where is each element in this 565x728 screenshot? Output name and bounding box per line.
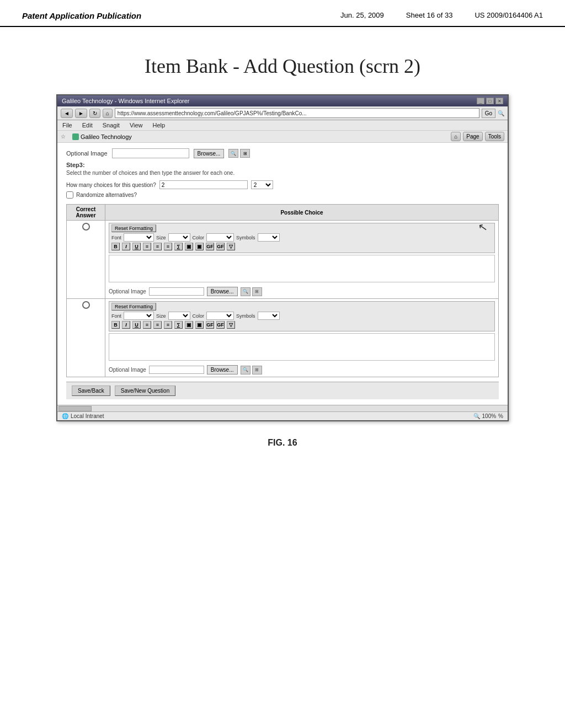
page-button[interactable]: Page (463, 132, 482, 141)
special-1b[interactable]: GF (216, 243, 225, 250)
menu-edit[interactable]: Edit (81, 121, 94, 129)
step-instruction: Select the number of choices and then ty… (66, 170, 499, 176)
home-nav-button[interactable]: ⌂ (103, 109, 113, 118)
correct-radio-2[interactable] (82, 301, 90, 309)
minimize-button[interactable]: _ (477, 98, 484, 104)
format-row-reset-2: Reset Formatting (111, 303, 492, 311)
size-select-1[interactable] (168, 233, 190, 242)
reset-formatting-1[interactable]: Reset Formatting (111, 224, 156, 232)
font-select-2[interactable] (124, 312, 154, 320)
dropdown-1[interactable]: ▽ (227, 243, 235, 250)
font-select-1[interactable] (124, 233, 154, 242)
reset-formatting-2[interactable]: Reset Formatting (111, 303, 156, 311)
format-row-controls-1: Font Size Color Symbols (111, 233, 492, 242)
symbols-select-2[interactable] (258, 312, 280, 320)
size-select-2[interactable] (168, 312, 190, 320)
randomize-checkbox[interactable] (66, 191, 73, 199)
correct-radio-1[interactable] (82, 223, 90, 231)
symbols-label-1: Symbols (236, 235, 255, 240)
opt-img-browse-2[interactable]: Browse... (207, 365, 238, 374)
opt-grid-2[interactable]: ⊞ (252, 366, 262, 374)
menu-snagit[interactable]: Snagit (101, 121, 121, 129)
patent-header: Patent Application Publication Jun. 25, … (0, 0, 565, 27)
patent-date: Jun. 25, 2009 (340, 11, 384, 19)
insert-btn-1[interactable]: ∑ (174, 243, 183, 250)
choices-dropdown[interactable]: 2 3 4 5 (251, 180, 273, 189)
optional-image-top-input[interactable] (112, 148, 189, 158)
figure-caption: FIG. 16 (0, 438, 565, 448)
bold-btn-2[interactable]: B (111, 321, 120, 329)
align-center-1[interactable]: ≡ (153, 243, 162, 250)
icon-grid[interactable]: ⊞ (240, 149, 250, 158)
optional-image-top-label: Optional Image (66, 150, 108, 157)
special-1a[interactable]: GF (206, 243, 214, 250)
image-btn-2[interactable]: ▣ (185, 321, 193, 329)
symbols-select-1[interactable] (258, 233, 280, 242)
color-select-2[interactable] (206, 312, 234, 320)
home-page-button[interactable]: ⌂ (451, 132, 461, 141)
patent-sheet: Sheet 16 of 33 (406, 11, 453, 19)
underline-btn-1[interactable]: U (132, 243, 141, 250)
format-row-reset-1: Reset Formatting (111, 224, 492, 232)
italic-btn-1[interactable]: I (122, 243, 130, 250)
bold-btn-1[interactable]: B (111, 243, 120, 250)
restore-button[interactable]: □ (486, 98, 494, 104)
menu-file[interactable]: File (61, 121, 74, 129)
special-2b[interactable]: GF (216, 321, 225, 329)
align-left-1[interactable]: ≡ (143, 243, 151, 250)
opt-img-browse-1[interactable]: Browse... (207, 287, 238, 296)
icon-zoom[interactable]: 🔍 (228, 149, 238, 158)
radio-cell-1[interactable] (67, 221, 105, 299)
dropdown-2[interactable]: ▽ (227, 321, 235, 329)
forward-button[interactable]: ► (75, 109, 87, 118)
choice-textarea-2[interactable] (109, 333, 495, 361)
opt-img-input-2[interactable] (149, 366, 204, 374)
table-btn-1[interactable]: ▣ (195, 243, 204, 250)
align-right-1[interactable]: ≡ (164, 243, 172, 250)
table-row: Reset Formatting Font Size Color (67, 299, 499, 377)
opt-grid-1[interactable]: ⊞ (252, 287, 262, 296)
choices-input[interactable] (159, 180, 248, 189)
refresh-button[interactable]: ↻ (89, 109, 100, 118)
horizontal-scrollbar[interactable] (57, 405, 508, 411)
hscroll-thumb[interactable] (58, 406, 92, 411)
icon-group-opt-2: 🔍 ⊞ (241, 366, 262, 374)
table-btn-2[interactable]: ▣ (195, 321, 204, 329)
opt-img-input-1[interactable] (149, 287, 204, 296)
close-button[interactable]: ✕ (495, 98, 503, 104)
image-btn-1[interactable]: ▣ (185, 243, 193, 250)
go-button[interactable]: Go (482, 109, 495, 118)
tools-button[interactable]: Tools (485, 132, 504, 141)
save-new-button[interactable]: Save/New Question (115, 386, 175, 396)
bottom-bar: Save/Back Save/New Question (66, 382, 499, 399)
align-center-2[interactable]: ≡ (153, 321, 162, 329)
browser-content: Optional Image Browse... 🔍 ⊞ Step3: Sele… (57, 143, 508, 405)
zoom-level: 100% (482, 413, 497, 419)
save-back-button[interactable]: Save/Back (72, 386, 110, 396)
align-right-2[interactable]: ≡ (164, 321, 172, 329)
favorite-galileo[interactable]: Galileo Technology (70, 133, 134, 141)
opt-zoom-2[interactable]: 🔍 (241, 366, 250, 374)
window-controls[interactable]: _ □ ✕ (477, 98, 503, 104)
choice-textarea-1[interactable] (109, 255, 495, 282)
opt-img-label-2: Optional Image (109, 367, 146, 373)
browse-top-button[interactable]: Browse... (194, 149, 225, 158)
color-select-1[interactable] (206, 233, 234, 242)
status-icon: 🌐 (62, 413, 68, 419)
browser-title-text: Galileo Technology - Windows Internet Ex… (62, 98, 190, 104)
back-button[interactable]: ◄ (61, 109, 73, 118)
italic-btn-2[interactable]: I (122, 321, 130, 329)
browser-statusbar: 🌐 Local Intranet 🔍 100% % (57, 411, 508, 420)
icon-group-top: 🔍 ⊞ (228, 149, 250, 158)
align-left-2[interactable]: ≡ (143, 321, 151, 329)
special-2a[interactable]: GF (206, 321, 214, 329)
menu-help[interactable]: Help (151, 121, 167, 129)
zoom-percent: % (498, 413, 503, 419)
menu-view[interactable]: View (128, 121, 145, 129)
opt-zoom-1[interactable]: 🔍 (241, 287, 250, 296)
address-bar[interactable] (115, 108, 479, 118)
radio-cell-2[interactable] (67, 299, 105, 377)
insert-btn-2[interactable]: ∑ (174, 321, 183, 329)
underline-btn-2[interactable]: U (132, 321, 141, 329)
browser-right-buttons: ⌂ Page Tools (451, 132, 504, 141)
